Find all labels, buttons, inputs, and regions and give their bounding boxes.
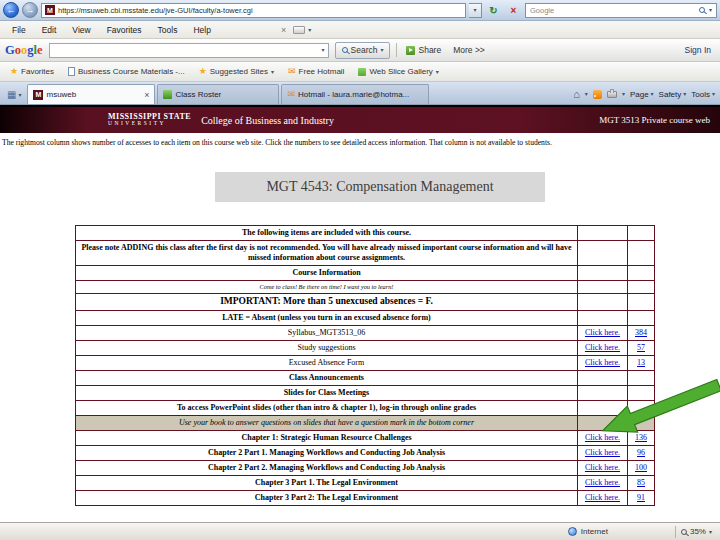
envelope-icon: ✉: [288, 67, 296, 76]
back-icon: ←: [7, 5, 16, 15]
access-count-cell: [628, 310, 655, 325]
tab-class-roster[interactable]: Class Roster: [157, 84, 279, 104]
address-dropdown[interactable]: ▾: [469, 3, 482, 18]
menu-tools[interactable]: Tools: [150, 25, 186, 35]
item-link-cell: [578, 281, 628, 294]
menu-favorites[interactable]: Favorites: [99, 25, 150, 35]
chevron-down-icon: ▾: [651, 91, 654, 97]
table-row: Chapter 2 Part 1. Managing Workflows and…: [76, 445, 655, 460]
favorite-business-course-materials[interactable]: Business Course Materials -...: [62, 64, 191, 80]
access-count-link[interactable]: 57: [637, 343, 645, 352]
table-row: Chapter 2 Part 2. Managing Workflows and…: [76, 460, 655, 475]
favorites-button[interactable]: ★ Favorites: [4, 64, 60, 80]
favorites-bar: ★ Favorites Business Course Materials -.…: [0, 62, 720, 82]
access-count-link[interactable]: 85: [637, 478, 645, 487]
access-count-link[interactable]: 384: [635, 328, 647, 337]
safety-menu-button[interactable]: Safety▾: [659, 90, 687, 99]
chevron-down-icon: ▾: [436, 69, 439, 75]
page-menu-button[interactable]: Page▾: [630, 90, 654, 99]
star-icon: ★: [10, 67, 18, 76]
rss-feed-icon[interactable]: [593, 90, 602, 99]
table-row: Chapter 3 Part 2: The Legal EnvironmentC…: [76, 490, 655, 505]
snapshot-icon[interactable]: [293, 26, 305, 34]
forward-icon: →: [26, 5, 35, 15]
toolbar-close-icon[interactable]: ×: [277, 25, 290, 35]
access-count-link[interactable]: 91: [637, 493, 645, 502]
item-title: IMPORTANT: More than 5 unexcused absence…: [76, 293, 578, 310]
table-row: The following items are included with th…: [76, 226, 655, 241]
table-row: Class Announcements: [76, 370, 655, 385]
access-count-link[interactable]: 96: [637, 448, 645, 457]
back-button[interactable]: ←: [3, 2, 19, 18]
tab-msuweb[interactable]: M msuweb ×: [27, 84, 155, 104]
access-count-link[interactable]: 136: [635, 433, 647, 442]
sign-in-button[interactable]: Sign In: [682, 45, 715, 55]
click-here-link[interactable]: Click here.: [585, 448, 620, 457]
search-dropdown-icon[interactable]: ▾: [709, 7, 712, 13]
url-text: https://msuweb.cbi.msstate.edu/jve-GUI/f…: [58, 6, 253, 15]
click-here-link[interactable]: Click here.: [585, 493, 620, 502]
table-row: Chapter 3 Part 1. The Legal EnvironmentC…: [76, 475, 655, 490]
zoom-control[interactable]: 35% ▾: [681, 527, 712, 536]
item-link-cell: Click here.: [578, 475, 628, 490]
search-icon[interactable]: [699, 7, 705, 13]
item-link-cell: [578, 226, 628, 241]
grid-icon: ▦: [7, 90, 16, 100]
refresh-button[interactable]: ↻: [485, 2, 502, 18]
access-count-cell: 100: [628, 460, 655, 475]
click-here-link[interactable]: Click here.: [585, 433, 620, 442]
chevron-down-icon[interactable]: ▾: [622, 91, 625, 97]
menu-file[interactable]: File: [4, 25, 34, 35]
access-count-cell: [628, 241, 655, 266]
item-link-cell: [578, 241, 628, 266]
click-here-link[interactable]: Click here.: [585, 328, 620, 337]
menu-bar: File Edit View Favorites Tools Help × ▾: [0, 21, 720, 39]
click-here-link[interactable]: Click here.: [585, 463, 620, 472]
status-bar: Internet 35% ▾: [0, 522, 720, 540]
favorite-web-slice-gallery[interactable]: Web Slice Gallery ▾: [352, 64, 444, 80]
google-search-input[interactable]: ▾: [49, 43, 329, 58]
zoom-icon: [681, 529, 687, 535]
home-icon[interactable]: ⌂: [573, 89, 580, 100]
class-roster-icon: [163, 90, 172, 99]
star-icon: ★: [199, 67, 207, 76]
quick-tabs-button[interactable]: ▦ ▾: [3, 85, 25, 104]
menu-help[interactable]: Help: [185, 25, 218, 35]
site-banner: MISSISSIPPI STATE UNIVERSITY College of …: [0, 105, 720, 133]
tab-hotmail[interactable]: ✉ Hotmail - laura.marie@hotma...: [281, 84, 429, 104]
item-link-cell: [578, 385, 628, 400]
more-button[interactable]: More >>: [450, 45, 488, 55]
access-count-cell: [628, 370, 655, 385]
access-count-link[interactable]: 13: [637, 358, 645, 367]
tools-menu-button[interactable]: Tools▾: [691, 90, 715, 99]
access-count-cell: [628, 400, 655, 415]
forward-button[interactable]: →: [22, 2, 38, 18]
click-here-link[interactable]: Click here.: [585, 478, 620, 487]
favorite-free-hotmail[interactable]: ✉ Free Hotmail: [282, 64, 350, 80]
favorite-suggested-sites[interactable]: ★ Suggested Sites ▾: [193, 64, 280, 80]
chevron-down-icon[interactable]: ▾: [322, 47, 325, 53]
item-link-cell: Click here.: [578, 355, 628, 370]
menu-view[interactable]: View: [64, 25, 98, 35]
share-button[interactable]: Share: [403, 45, 444, 55]
access-count-link[interactable]: 100: [635, 463, 647, 472]
click-here-link[interactable]: Click here.: [585, 343, 620, 352]
search-icon: [342, 47, 348, 53]
menu-edit[interactable]: Edit: [34, 25, 65, 35]
stop-button[interactable]: ×: [505, 2, 522, 18]
search-box[interactable]: Google ▾: [525, 3, 717, 18]
item-title: Class Announcements: [76, 370, 578, 385]
item-title: Excused Absence Form: [76, 355, 578, 370]
table-row: Slides for Class Meetings: [76, 385, 655, 400]
item-title: Chapter 2 Part 2. Managing Workflows and…: [76, 460, 578, 475]
msu-logo: MISSISSIPPI STATE UNIVERSITY: [108, 113, 191, 127]
chevron-down-icon: ▾: [683, 91, 686, 97]
tab-close-icon[interactable]: ×: [144, 90, 149, 100]
click-here-link[interactable]: Click here.: [585, 358, 620, 367]
chevron-down-icon[interactable]: ▾: [308, 27, 311, 33]
google-search-button[interactable]: Search ▾: [335, 42, 391, 59]
print-icon[interactable]: [607, 91, 617, 98]
tab-favicon: M: [33, 90, 43, 100]
address-input[interactable]: M https://msuweb.cbi.msstate.edu/jve-GUI…: [41, 3, 466, 18]
chevron-down-icon[interactable]: ▾: [585, 91, 588, 97]
